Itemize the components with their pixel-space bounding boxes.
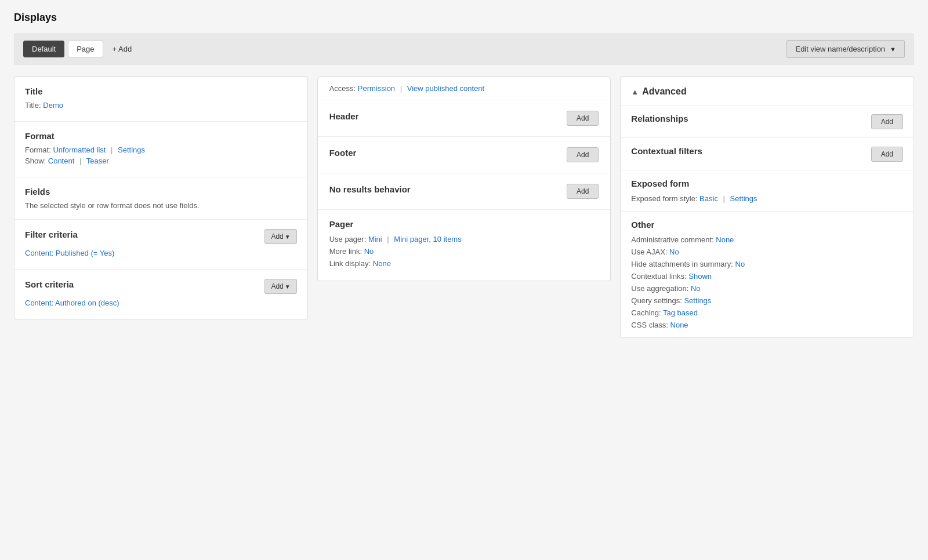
filter-add-button[interactable]: Add ▼	[264, 229, 296, 244]
exposed-form-heading: Exposed form	[631, 179, 903, 188]
relationships-header-row: Relationships Add	[631, 114, 903, 129]
filter-row: Content: Published (= Yes)	[25, 249, 297, 257]
exposed-form-settings-link[interactable]: Settings	[730, 194, 757, 203]
title-heading: Title	[25, 86, 297, 96]
sort-criteria-section: Sort criteria Add ▼ Content: Authored on…	[14, 270, 307, 319]
format-heading: Format	[25, 131, 297, 141]
no-results-add-button[interactable]: Add	[567, 184, 599, 199]
displays-toolbar: Default Page + Add Edit view name/descri…	[14, 33, 914, 65]
use-aggregation-row: Use aggregation: No	[631, 284, 903, 293]
footer-header-row: Footer Add	[329, 147, 599, 162]
permission-link[interactable]: Permission	[358, 84, 395, 93]
show-teaser-link[interactable]: Teaser	[86, 157, 109, 165]
use-pager-row: Use pager: Mini | Mini pager, 10 items	[329, 235, 599, 243]
header-heading: Header	[329, 111, 359, 121]
query-settings-row: Query settings: Settings	[631, 296, 903, 305]
exposed-form-basic-link[interactable]: Basic	[699, 194, 718, 203]
toolbar-left: Default Page + Add	[23, 41, 137, 57]
access-row: Access: Permission | View published cont…	[318, 77, 611, 100]
advanced-title: Advanced	[642, 86, 686, 97]
contextual-filters-add-button[interactable]: Add	[871, 147, 903, 162]
relationships-section: Relationships Add	[621, 106, 913, 138]
chevron-down-icon: ▼	[890, 46, 896, 53]
tab-page[interactable]: Page	[68, 41, 103, 57]
header-add-button[interactable]: Add	[567, 111, 599, 126]
toolbar-right: Edit view name/description ▼	[786, 40, 905, 58]
no-results-heading: No results behavior	[329, 184, 411, 194]
contextual-filters-heading: Contextual filters	[631, 146, 702, 156]
no-results-section: No results behavior Add	[318, 173, 611, 210]
sort-header-row: Sort criteria Add ▼	[25, 279, 297, 294]
other-section: Other Administrative comment: None Use A…	[621, 212, 913, 337]
more-link-row: More link: No	[329, 247, 599, 256]
css-class-row: CSS class: None	[631, 321, 903, 329]
header-section: Header Add	[318, 100, 611, 137]
use-ajax-link[interactable]: No	[669, 248, 679, 256]
footer-heading: Footer	[329, 148, 357, 158]
chevron-up-icon: ▲	[631, 88, 639, 96]
caching-row: Caching: Tag based	[631, 308, 903, 317]
title-section: Title Title: Demo	[14, 77, 307, 122]
format-section: Format Format: Unformatted list | Settin…	[14, 122, 307, 177]
pager-section: Pager Use pager: Mini | Mini pager, 10 i…	[318, 210, 611, 281]
sort-row: Content: Authored on (desc)	[25, 299, 297, 307]
sort-authored-link[interactable]: Content: Authored on (desc)	[25, 299, 119, 307]
footer-section: Footer Add	[318, 137, 611, 173]
format-row: Format: Unformatted list | Settings	[25, 146, 297, 154]
middle-panel: Access: Permission | View published cont…	[317, 77, 611, 281]
format-settings-link[interactable]: Settings	[118, 146, 145, 154]
css-class-link[interactable]: None	[670, 321, 688, 329]
admin-comment-link[interactable]: None	[716, 235, 734, 244]
title-row: Title: Demo	[25, 101, 297, 110]
use-ajax-row: Use AJAX: No	[631, 248, 903, 256]
contextual-links-row: Contextual links: Shown	[631, 272, 903, 281]
sort-chevron-icon: ▼	[285, 283, 291, 290]
main-content: Title Title: Demo Format Format: Unforma…	[14, 77, 914, 338]
filter-header-row: Filter criteria Add ▼	[25, 229, 297, 244]
query-settings-link[interactable]: Settings	[684, 296, 711, 305]
filter-content-published-link[interactable]: Content: Published (= Yes)	[25, 249, 114, 257]
title-demo-link[interactable]: Demo	[43, 101, 63, 110]
contextual-filters-section: Contextual filters Add	[621, 138, 913, 170]
right-panel: ▲ Advanced Relationships Add Contextual …	[620, 77, 914, 338]
relationships-add-button[interactable]: Add	[871, 114, 903, 129]
fields-note: The selected style or row format does no…	[25, 201, 297, 210]
show-row: Show: Content | Teaser	[25, 157, 297, 165]
link-display-row: Link display: None	[329, 259, 599, 268]
fields-heading: Fields	[25, 187, 297, 197]
pager-mini-link[interactable]: Mini	[368, 235, 382, 243]
filter-heading: Filter criteria	[25, 230, 78, 239]
use-aggregation-link[interactable]: No	[691, 284, 701, 293]
sort-add-button[interactable]: Add ▼	[264, 279, 296, 294]
more-link-value[interactable]: No	[364, 247, 374, 256]
sort-heading: Sort criteria	[25, 279, 74, 289]
hide-attachments-row: Hide attachments in summary: No	[631, 260, 903, 268]
caching-link[interactable]: Tag based	[663, 308, 698, 317]
admin-comment-row: Administrative comment: None	[631, 235, 903, 244]
show-content-link[interactable]: Content	[48, 157, 75, 165]
contextual-filters-header-row: Contextual filters Add	[631, 146, 903, 162]
pager-heading: Pager	[329, 219, 599, 229]
other-heading: Other	[631, 220, 903, 230]
filter-chevron-icon: ▼	[285, 234, 291, 240]
add-display-button[interactable]: + Add	[107, 41, 138, 57]
exposed-form-section: Exposed form Exposed form style: Basic |…	[621, 170, 913, 212]
exposed-form-row: Exposed form style: Basic | Settings	[631, 194, 903, 203]
hide-attachments-link[interactable]: No	[735, 260, 745, 268]
no-results-header-row: No results behavior Add	[329, 184, 599, 199]
page-title: Displays	[14, 12, 914, 24]
view-published-link[interactable]: View published content	[407, 84, 484, 93]
advanced-header: ▲ Advanced	[621, 77, 913, 106]
fields-section: Fields The selected style or row format …	[14, 177, 307, 220]
left-panel: Title Title: Demo Format Format: Unforma…	[14, 77, 308, 319]
relationships-heading: Relationships	[631, 114, 688, 123]
filter-criteria-section: Filter criteria Add ▼ Content: Published…	[14, 220, 307, 270]
contextual-links-link[interactable]: Shown	[688, 272, 712, 281]
pager-mini-items-link[interactable]: Mini pager, 10 items	[394, 235, 461, 243]
link-display-value[interactable]: None	[373, 259, 391, 268]
header-header-row: Header Add	[329, 111, 599, 126]
footer-add-button[interactable]: Add	[567, 147, 599, 162]
tab-default[interactable]: Default	[23, 41, 64, 57]
format-unformatted-link[interactable]: Unformatted list	[53, 146, 106, 154]
edit-view-button[interactable]: Edit view name/description ▼	[786, 40, 905, 58]
